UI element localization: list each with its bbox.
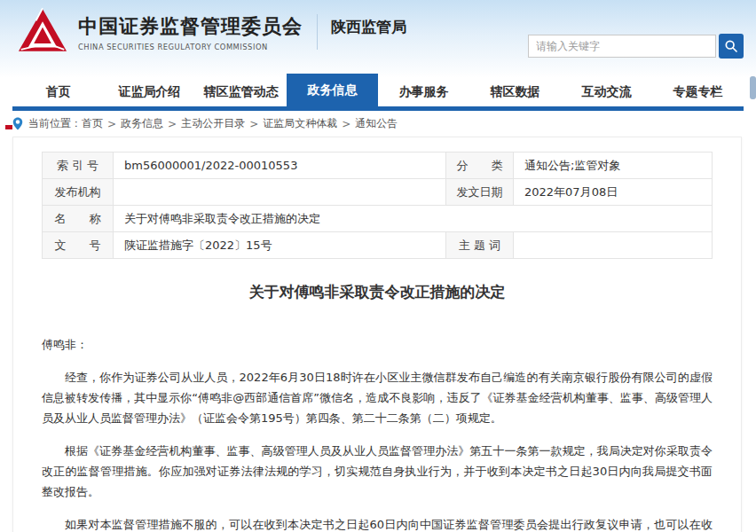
scrollbar-thumb[interactable] bbox=[750, 76, 756, 99]
org-name-en: CHINA SECURITIES REGULATORY COMMISSION bbox=[78, 43, 303, 51]
document-body: 傅鸣非： 经查，你作为证券公司从业人员，2022年6月30日18时许在小区业主微… bbox=[42, 334, 713, 532]
nav-item-home[interactable]: 首页 bbox=[12, 78, 104, 106]
meta-label-name: 名 称 bbox=[43, 206, 114, 232]
search-button[interactable] bbox=[719, 34, 744, 59]
breadcrumb-separator: > bbox=[168, 118, 177, 130]
bureau-name: 陕西监管局 bbox=[331, 17, 406, 37]
breadcrumb-separator: > bbox=[107, 118, 116, 130]
breadcrumb-separator: > bbox=[342, 118, 350, 130]
breadcrumb-home[interactable]: 首页 bbox=[82, 116, 103, 131]
breadcrumb-notices[interactable]: 通知公告 bbox=[355, 116, 398, 131]
document-meta-table: 索 引 号 bm56000001/2022-00010553 分 类 通知公告;… bbox=[42, 152, 713, 259]
nav-item-regional-news[interactable]: 辖区监管动态 bbox=[195, 78, 287, 106]
breadcrumb-separator: > bbox=[249, 118, 258, 130]
header-divider bbox=[317, 14, 318, 50]
org-title-block: 中国证券监督管理委员会 CHINA SECURITIES REGULATORY … bbox=[78, 13, 303, 51]
search-icon bbox=[724, 39, 738, 53]
breadcrumb-open-directory[interactable]: 主动公开目录 bbox=[181, 116, 245, 131]
meta-value-index-number: bm56000001/2022-00010553 bbox=[114, 153, 446, 179]
table-row: 名 称 关于对傅鸣非采取责令改正措施的决定 bbox=[43, 206, 713, 232]
meta-value-doc-number: 陕证监措施字〔2022〕15号 bbox=[114, 232, 446, 259]
salutation: 傅鸣非： bbox=[42, 334, 713, 355]
nav-item-gov-info[interactable]: 政务信息 bbox=[287, 74, 378, 106]
meta-value-subject-words bbox=[514, 232, 713, 259]
search-input[interactable] bbox=[528, 35, 716, 58]
csrc-logo-icon bbox=[18, 8, 67, 56]
content-panel: 索 引 号 bm56000001/2022-00010553 分 类 通知公告;… bbox=[12, 137, 742, 532]
meta-label-index-number: 索 引 号 bbox=[43, 153, 114, 179]
meta-value-name: 关于对傅鸣非采取责令改正措施的决定 bbox=[114, 206, 713, 232]
breadcrumb-doc-types[interactable]: 证监局文种体裁 bbox=[263, 116, 337, 131]
org-name-cn: 中国证券监督管理委员会 bbox=[78, 13, 303, 40]
meta-value-category: 通知公告;监管对象 bbox=[514, 153, 713, 179]
meta-label-subject-words: 主 题 词 bbox=[446, 232, 514, 259]
table-row: 发布机构 发文日期 2022年07月08日 bbox=[43, 179, 713, 206]
breadcrumb-prefix: 当前位置： bbox=[28, 116, 82, 131]
meta-value-issue-date: 2022年07月08日 bbox=[514, 179, 713, 206]
meta-label-category: 分 类 bbox=[446, 153, 514, 179]
table-row: 索 引 号 bm56000001/2022-00010553 分 类 通知公告;… bbox=[43, 153, 713, 179]
table-row: 文 号 陕证监措施字〔2022〕15号 主 题 词 bbox=[43, 232, 713, 259]
left-edge-red-tick bbox=[5, 125, 12, 129]
nav-item-interaction[interactable]: 互动交流 bbox=[561, 78, 652, 106]
paragraph-findings: 经查，你作为证券公司从业人员，2022年6月30日18时许在小区业主微信群发布自… bbox=[42, 367, 713, 428]
nav-item-services[interactable]: 办事服务 bbox=[378, 78, 469, 106]
meta-value-issuing-agency bbox=[114, 179, 446, 206]
paragraph-appeal-rights: 如果对本监督管理措施不服的，可以在收到本决定书之日起60日内向中国证券监督管理委… bbox=[42, 514, 713, 532]
page-title: 关于对傅鸣非采取责令改正措施的决定 bbox=[42, 282, 713, 302]
meta-label-doc-number: 文 号 bbox=[43, 232, 114, 259]
nav-item-special-topics[interactable]: 专题专栏 bbox=[652, 78, 744, 106]
paragraph-decision: 根据《证券基金经营机构董事、监事、高级管理人员及从业人员监督管理办法》第五十一条… bbox=[42, 441, 713, 502]
nav-item-regional-data[interactable]: 辖区数据 bbox=[469, 78, 561, 106]
site-header: 中国证券监督管理委员会 CHINA SECURITIES REGULATORY … bbox=[0, 0, 756, 78]
location-pin-icon bbox=[12, 117, 23, 130]
page: 中国证券监督管理委员会 CHINA SECURITIES REGULATORY … bbox=[0, 0, 756, 532]
breadcrumb: 当前位置： 首页 > 政务信息 > 主动公开目录 > 证监局文种体裁 > 通知公… bbox=[12, 111, 744, 137]
search-bar bbox=[528, 34, 744, 59]
nav-item-bureau-intro[interactable]: 证监局介绍 bbox=[104, 78, 195, 106]
meta-label-issuing-agency: 发布机构 bbox=[43, 179, 114, 206]
breadcrumb-gov-info[interactable]: 政务信息 bbox=[121, 116, 163, 131]
meta-label-issue-date: 发文日期 bbox=[446, 179, 514, 206]
main-nav: 首页 证监局介绍 辖区监管动态 政务信息 办事服务 辖区数据 互动交流 专题专栏 bbox=[0, 78, 756, 111]
